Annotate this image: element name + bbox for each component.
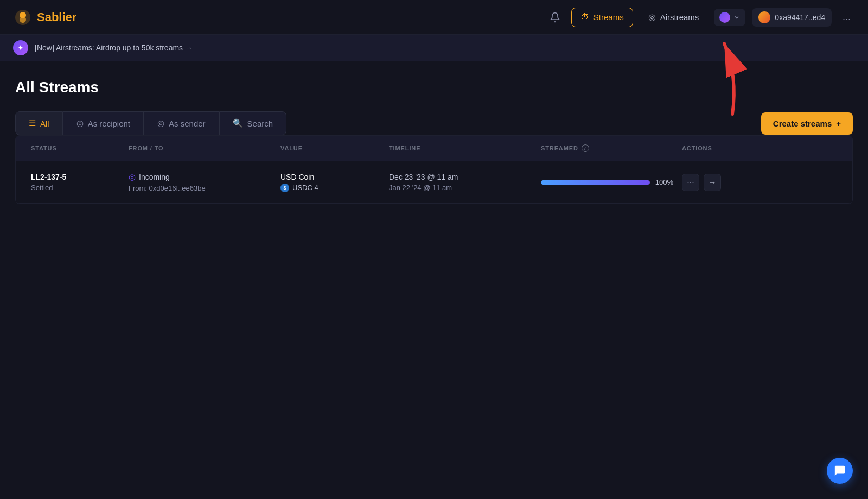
recipient-tab-icon: ◎ <box>76 118 84 128</box>
navbar-right: ⏱ Streams ◎ Airstreams 0xa94417..ed4 ... <box>545 8 855 27</box>
wallet-button[interactable]: 0xa94417..ed4 <box>752 8 832 27</box>
create-plus-icon: + <box>836 119 841 128</box>
notifications-button[interactable] <box>545 8 565 27</box>
cell-from-to: ◎ Incoming From: 0xd0e16f..ee63be <box>124 161 276 203</box>
chat-icon <box>834 465 846 477</box>
page-title: All Streams <box>15 79 853 96</box>
col-streamed: STREAMED i <box>537 136 678 161</box>
progress-percent: 100% <box>655 178 673 186</box>
col-status: STATUS <box>27 136 124 161</box>
streams-nav-icon: ⏱ <box>580 12 589 22</box>
cell-actions: ··· → <box>678 163 764 202</box>
cell-streamed: 100% <box>537 167 678 197</box>
streams-table: STATUS FROM / TO VALUE TIMELINE STREAMED… <box>15 135 853 204</box>
navbar: Sablier ⏱ Streams ◎ Airstreams 0xa94417.… <box>0 0 868 35</box>
timeline-start: Dec 23 '23 @ 11 am <box>389 173 532 181</box>
tab-search[interactable]: 🔍 Search <box>219 111 287 135</box>
logo-text: Sablier <box>37 10 76 24</box>
incoming-icon: ◎ <box>129 172 136 182</box>
wallet-avatar <box>758 11 770 23</box>
tab-recipient[interactable]: ◎ As recipient <box>63 111 144 135</box>
network-dot <box>719 12 730 23</box>
sablier-logo-icon <box>13 8 33 27</box>
col-timeline: TIMELINE <box>385 136 537 161</box>
create-streams-label: Create streams <box>773 119 832 128</box>
cell-value: USD Coin $ USDC 4 <box>276 162 385 203</box>
cell-status: LL2-137-5 Settled <box>27 162 124 203</box>
all-tab-icon: ☰ <box>29 118 36 128</box>
main-content: All Streams ☰ All ◎ As recipient ◎ As se… <box>0 61 868 222</box>
tab-all[interactable]: ☰ All <box>15 111 63 135</box>
stream-id: LL2-137-5 <box>31 173 120 181</box>
table-header: STATUS FROM / TO VALUE TIMELINE STREAMED… <box>16 136 852 161</box>
timeline-end: Jan 22 '24 @ 11 am <box>389 184 532 192</box>
stream-status: Settled <box>31 184 120 192</box>
row-more-button[interactable]: ··· <box>682 174 699 191</box>
logo-area: Sablier <box>13 8 76 27</box>
table-row: LL2-137-5 Settled ◎ Incoming From: 0xd0e… <box>16 161 852 204</box>
tabs-row: ☰ All ◎ As recipient ◎ As sender 🔍 Searc… <box>15 111 853 135</box>
progress-fill <box>541 180 650 185</box>
direction-label: ◎ Incoming <box>129 172 272 182</box>
col-actions: ACTIONS <box>678 136 764 161</box>
banner-icon: ✦ <box>13 40 28 55</box>
tab-sender[interactable]: ◎ As sender <box>144 111 219 135</box>
network-selector[interactable] <box>714 9 745 26</box>
col-value: VALUE <box>276 136 385 161</box>
from-address: From: 0xd0e16f..ee63be <box>129 184 272 192</box>
create-streams-button[interactable]: Create streams + <box>761 112 853 135</box>
banner: ✦ [New] Airstreams: Airdrop up to 50k st… <box>0 35 868 61</box>
usdc-icon: $ <box>280 184 289 192</box>
chevron-down-icon <box>733 14 740 21</box>
search-tab-icon: 🔍 <box>233 118 243 128</box>
tab-sender-label: As sender <box>169 119 206 128</box>
streams-nav-button[interactable]: ⏱ Streams <box>571 8 633 27</box>
tab-all-label: All <box>40 119 49 128</box>
cell-timeline: Dec 23 '23 @ 11 am Jan 22 '24 @ 11 am <box>385 162 537 203</box>
streamed-info-icon: i <box>582 144 589 152</box>
sender-tab-icon: ◎ <box>157 118 164 128</box>
chat-button[interactable] <box>827 458 853 484</box>
token-amount: $ USDC 4 <box>280 184 380 192</box>
progress-bar <box>541 180 650 185</box>
more-options-button[interactable]: ... <box>838 9 855 25</box>
airstreams-nav-icon: ◎ <box>648 12 656 22</box>
row-detail-button[interactable]: → <box>704 174 721 191</box>
token-name: USD Coin <box>280 173 380 181</box>
col-from-to: FROM / TO <box>124 136 276 161</box>
tabs-container: ☰ All ◎ As recipient ◎ As sender 🔍 Searc… <box>15 111 286 135</box>
airstreams-nav-button[interactable]: ◎ Airstreams <box>640 8 708 27</box>
tab-recipient-label: As recipient <box>88 119 130 128</box>
tab-search-label: Search <box>247 119 273 128</box>
banner-text[interactable]: [New] Airstreams: Airdrop up to 50k stre… <box>35 43 193 52</box>
